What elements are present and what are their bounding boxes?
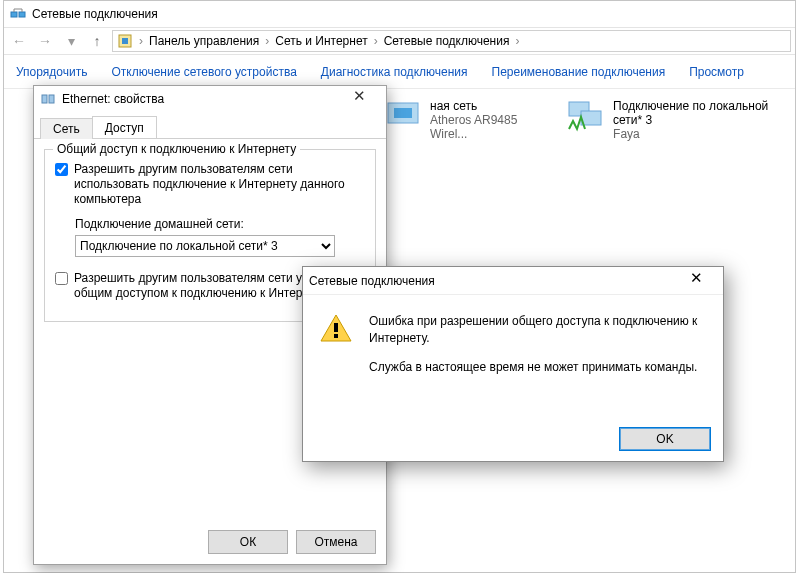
error-buttons: OK (619, 427, 711, 451)
svg-rect-0 (11, 12, 17, 17)
error-titlebar[interactable]: Сетевые подключения ✕ (303, 267, 723, 295)
home-network-label: Подключение домашней сети: (75, 217, 365, 231)
connection-name: Подключение по локальной сети* 3 (613, 99, 787, 127)
connection-item[interactable]: ная сеть Atheros AR9485 Wirel... (384, 99, 541, 141)
tab-network[interactable]: Сеть (40, 118, 93, 139)
ethernet-icon (40, 91, 56, 107)
organize-menu[interactable]: Упорядочить (16, 65, 87, 79)
chevron-right-icon: › (374, 34, 378, 48)
warning-icon (319, 313, 353, 343)
up-button[interactable]: ↑ (86, 30, 108, 52)
allow-sharing-row: Разрешить другим пользователям сети испо… (55, 162, 365, 207)
error-body: Ошибка при разрешении общего доступа к п… (303, 295, 723, 385)
svg-rect-9 (49, 95, 54, 103)
connection-item[interactable]: Подключение по локальной сети* 3 Faya (567, 99, 787, 141)
ok-button[interactable]: ОК (208, 530, 288, 554)
cancel-button[interactable]: Отмена (296, 530, 376, 554)
properties-buttons: ОК Отмена (208, 530, 376, 554)
lan-adapter-icon (567, 99, 605, 135)
connections-list: ная сеть Atheros AR9485 Wirel... Подключ… (384, 99, 787, 141)
diagnose-button[interactable]: Диагностика подключения (321, 65, 468, 79)
window-titlebar[interactable]: Сетевые подключения (4, 1, 795, 27)
forward-button[interactable]: → (34, 30, 56, 52)
wifi-adapter-icon (384, 99, 422, 135)
chevron-right-icon: › (265, 34, 269, 48)
svg-rect-3 (122, 38, 128, 44)
connection-status: Faya (613, 127, 787, 141)
svg-rect-8 (42, 95, 47, 103)
error-message-1: Ошибка при разрешении общего доступа к п… (369, 313, 707, 347)
chevron-right-icon: › (139, 34, 143, 48)
allow-sharing-checkbox[interactable] (55, 163, 68, 176)
breadcrumb-item[interactable]: Панель управления (149, 34, 259, 48)
properties-title: Ethernet: свойства (62, 92, 332, 106)
connection-name: ная сеть (430, 99, 541, 113)
chevron-right-icon: › (515, 34, 519, 48)
error-dialog: Сетевые подключения ✕ Ошибка при разреше… (302, 266, 724, 462)
connection-adapter: Atheros AR9485 Wirel... (430, 113, 541, 141)
network-connections-icon (10, 6, 26, 22)
control-panel-icon (117, 33, 133, 49)
ok-button[interactable]: OK (619, 427, 711, 451)
disable-device-button[interactable]: Отключение сетевого устройства (111, 65, 296, 79)
close-icon[interactable]: ✕ (675, 269, 717, 293)
error-message-2: Служба в настоящее время не может приним… (369, 359, 707, 376)
breadcrumb-item[interactable]: Сетевые подключения (384, 34, 510, 48)
home-network-select[interactable]: Подключение по локальной сети* 3 (75, 235, 335, 257)
breadcrumb-item[interactable]: Сеть и Интернет (275, 34, 367, 48)
svg-rect-5 (394, 108, 412, 118)
rename-button[interactable]: Переименование подключения (492, 65, 666, 79)
address-bar: ← → ▾ ↑ › Панель управления › Сеть и Инт… (4, 27, 795, 55)
error-text: Ошибка при разрешении общего доступа к п… (369, 313, 707, 375)
window-title: Сетевые подключения (32, 7, 158, 21)
error-title: Сетевые подключения (309, 274, 675, 288)
tab-strip: Сеть Доступ (34, 115, 386, 139)
svg-rect-11 (334, 323, 338, 332)
allow-sharing-label: Разрешить другим пользователям сети испо… (74, 162, 365, 207)
view-button[interactable]: Просмотр (689, 65, 744, 79)
svg-rect-1 (19, 12, 25, 17)
allow-control-checkbox[interactable] (55, 272, 68, 285)
command-bar: Упорядочить Отключение сетевого устройст… (4, 55, 795, 89)
group-legend: Общий доступ к подключению к Интернету (53, 142, 300, 156)
tab-access[interactable]: Доступ (92, 116, 157, 138)
back-button[interactable]: ← (8, 30, 30, 52)
breadcrumb-bar[interactable]: › Панель управления › Сеть и Интернет › … (112, 30, 791, 52)
close-icon[interactable]: ✕ (338, 87, 380, 111)
properties-titlebar[interactable]: Ethernet: свойства ✕ (34, 86, 386, 112)
svg-rect-12 (334, 334, 338, 338)
recent-button[interactable]: ▾ (60, 30, 82, 52)
